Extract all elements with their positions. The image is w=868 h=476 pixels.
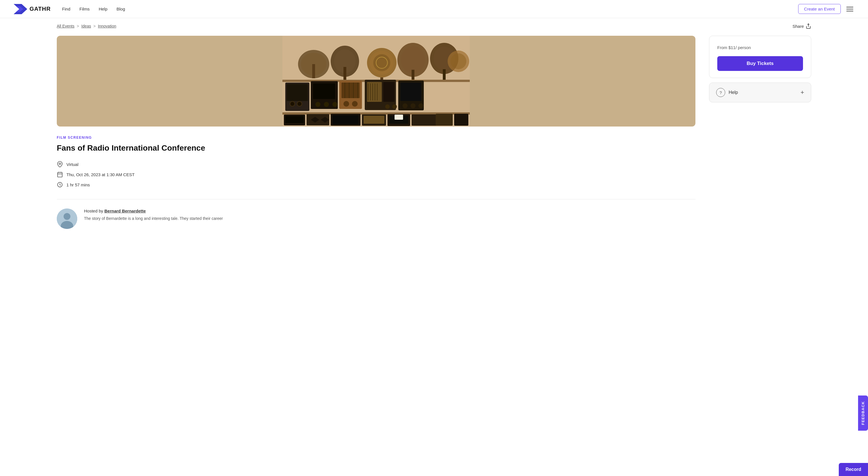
breadcrumb-sep-1: >	[76, 24, 79, 28]
svg-point-29	[290, 102, 294, 106]
svg-rect-27	[287, 84, 308, 101]
main-nav: Find Films Help Blog	[62, 6, 125, 11]
header-left: GATHR Find Films Help Blog	[13, 4, 125, 14]
breadcrumb-all-events[interactable]: All Events	[57, 24, 74, 28]
svg-rect-76	[58, 172, 62, 177]
plus-icon: +	[801, 89, 804, 96]
svg-rect-38	[341, 82, 360, 98]
right-column: From $11/ person Buy Tickets ? Help +	[709, 36, 811, 102]
duration-text: 1 hr 57 mins	[66, 182, 90, 187]
svg-point-19	[401, 46, 425, 73]
location-icon	[57, 161, 63, 167]
event-meta: Virtual Thu, Oct 26, 2023 at 1:30 AM CES…	[57, 161, 695, 188]
svg-rect-72	[436, 114, 453, 126]
event-category: FILM SCREENING	[57, 136, 695, 140]
ticket-card: From $11/ person Buy Tickets	[709, 36, 811, 78]
breadcrumb-ideas[interactable]: Ideas	[81, 24, 91, 28]
svg-point-53	[385, 104, 390, 109]
svg-rect-23	[443, 69, 446, 80]
create-event-button[interactable]: Create an Event	[798, 4, 841, 14]
svg-point-43	[343, 101, 349, 107]
help-left: ? Help	[716, 88, 738, 97]
logo[interactable]: GATHR	[13, 4, 51, 14]
svg-point-57	[402, 103, 408, 108]
price-line: From $11/ person	[717, 44, 803, 50]
host-info: Hosted by Bernard Bernardette The story …	[84, 208, 695, 222]
event-image	[57, 36, 695, 127]
nav-find[interactable]: Find	[62, 6, 70, 11]
logo-icon	[13, 4, 27, 14]
nav-help[interactable]: Help	[99, 6, 107, 11]
event-image-svg	[57, 36, 695, 127]
nav-films[interactable]: Films	[80, 6, 90, 11]
calendar-icon	[57, 171, 63, 178]
svg-point-25	[451, 53, 466, 69]
main-content: FILM SCREENING Fans of Radio Internation…	[0, 29, 868, 246]
svg-rect-66	[332, 115, 359, 124]
help-text: Help	[728, 90, 738, 95]
meta-location: Virtual	[57, 161, 695, 167]
svg-rect-52	[383, 82, 395, 102]
left-column: FILM SCREENING Fans of Radio Internation…	[57, 36, 695, 229]
svg-point-36	[332, 102, 338, 107]
host-label: Hosted by Bernard Bernardette	[84, 208, 695, 213]
breadcrumb: All Events > Ideas > Innovation	[57, 24, 116, 28]
event-title: Fans of Radio International Conference	[57, 143, 695, 153]
location-text: Virtual	[66, 162, 78, 167]
svg-rect-9	[312, 64, 315, 78]
hamburger-line-3	[846, 11, 853, 11]
svg-point-54	[392, 104, 397, 109]
share-label: Share	[793, 24, 804, 29]
date-text: Thu, Oct 26, 2023 at 1:30 AM CEST	[66, 172, 134, 177]
logo-text: GATHR	[30, 6, 51, 12]
clock-icon	[57, 181, 63, 188]
price-from: From $11	[717, 45, 736, 50]
avatar-svg	[57, 208, 77, 229]
hamburger-line-1	[846, 7, 853, 7]
svg-rect-73	[454, 114, 468, 126]
svg-point-44	[352, 101, 358, 107]
svg-rect-56	[400, 82, 422, 101]
breadcrumb-sep-2: >	[93, 24, 96, 28]
svg-point-58	[410, 103, 415, 108]
svg-rect-20	[411, 70, 414, 80]
hamburger-button[interactable]	[845, 6, 855, 12]
share-button[interactable]: Share	[793, 23, 811, 29]
svg-point-34	[315, 102, 320, 107]
svg-rect-46	[367, 82, 382, 102]
svg-point-35	[324, 102, 329, 107]
svg-point-59	[418, 103, 424, 108]
host-name[interactable]: Bernard Bernardette	[104, 208, 146, 213]
svg-rect-71	[411, 114, 438, 126]
hamburger-line-2	[846, 9, 853, 9]
svg-rect-68	[364, 116, 384, 124]
svg-rect-17	[380, 77, 383, 80]
svg-point-82	[64, 213, 70, 220]
meta-date: Thu, Oct 26, 2023 at 1:30 AM CEST	[57, 171, 695, 178]
price-per: / person	[736, 45, 751, 50]
svg-rect-61	[285, 116, 304, 123]
svg-rect-33	[313, 83, 335, 99]
breadcrumb-bar: All Events > Ideas > Innovation Share	[0, 18, 868, 29]
breadcrumb-innovation[interactable]: Innovation	[98, 24, 116, 28]
header-right: Create an Event	[798, 4, 855, 14]
hosted-by-section: Hosted by Bernard Bernardette The story …	[57, 208, 695, 229]
meta-duration: 1 hr 57 mins	[57, 181, 695, 188]
nav-blog[interactable]: Blog	[117, 6, 125, 11]
svg-point-31	[298, 102, 302, 106]
svg-rect-74	[395, 114, 403, 120]
help-card[interactable]: ? Help +	[709, 82, 811, 102]
share-icon	[806, 23, 811, 29]
help-icon: ?	[716, 88, 725, 97]
svg-rect-12	[343, 67, 346, 80]
host-description: The story of Bernardette is a long and i…	[84, 215, 695, 222]
host-avatar	[57, 208, 77, 229]
header: GATHR Find Films Help Blog Create an Eve…	[0, 0, 868, 18]
buy-tickets-button[interactable]: Buy Tickets	[717, 56, 803, 71]
svg-point-75	[59, 163, 61, 165]
